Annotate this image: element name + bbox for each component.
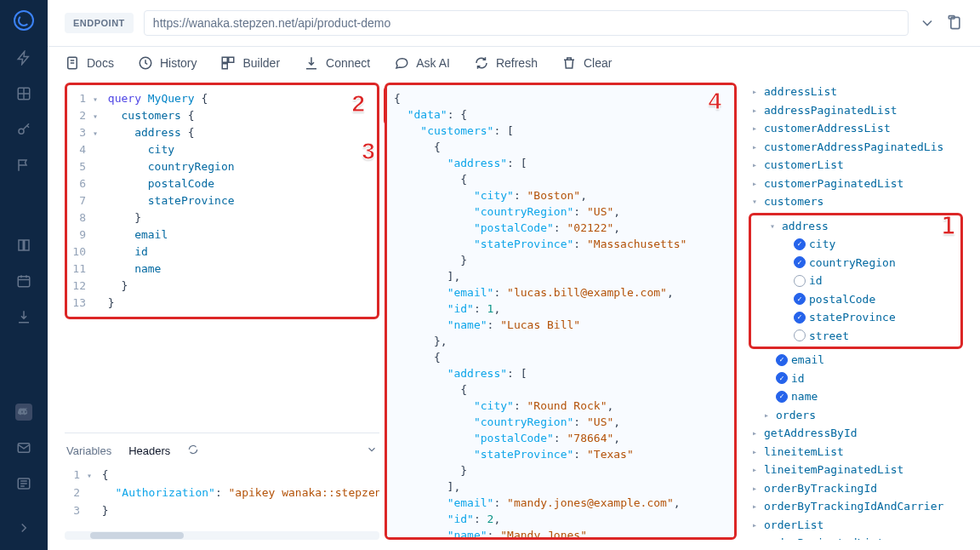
tab-headers[interactable]: Headers [128,444,170,457]
horizontal-scrollbar[interactable] [65,531,379,540]
endpoint-label: ENDPOINT [65,13,134,33]
explorer-item[interactable]: id [755,272,957,290]
connect-button[interactable]: Connect [304,55,370,71]
svg-point-1 [19,129,24,134]
explorer-item[interactable]: ▸customerList [749,156,963,175]
explorer-item[interactable]: ▸customerAddressList [749,119,963,138]
svg-rect-9 [223,57,228,62]
clipboard-icon[interactable] [946,14,963,32]
ask-ai-button[interactable]: Ask AI [394,55,450,71]
headers-editor[interactable]: 1▾ {2 "Authorization": "apikey wanaka::s… [65,467,379,526]
explorer-item[interactable]: ▸getAddressById [749,424,963,443]
explorer-item[interactable]: ▸lineitemPaginatedList [749,461,963,479]
query-editor[interactable]: 1▾ query MyQuery {2▾ customers {3▾ addre… [65,83,379,319]
explorer-item[interactable]: postalCode [755,290,957,309]
explorer-item[interactable]: id [749,370,963,388]
explorer-item[interactable]: name [749,387,963,406]
discord-icon[interactable] [15,404,32,421]
panel-icon[interactable] [15,85,32,102]
explorer-item[interactable]: ▸addressPaginatedList [749,101,963,120]
flag-icon[interactable] [15,157,32,174]
explorer-item[interactable]: street [755,327,957,346]
left-nav [0,0,48,550]
result-viewer[interactable]: { "data": { "customers": [ { "address": … [385,83,737,540]
tab-variables[interactable]: Variables [66,444,111,457]
endpoint-url-input[interactable]: https://wanaka.stepzen.net/api/product-d… [144,10,909,36]
chevron-down-icon[interactable] [366,444,378,458]
explorer-item[interactable]: ▸addressList [749,83,963,101]
stepzen-logo-icon [14,10,34,31]
annotation-4: 4 [708,88,721,115]
chevron-down-icon[interactable] [919,14,936,32]
refresh-button[interactable]: Refresh [474,55,538,71]
explorer-item[interactable]: stateProvince [755,308,957,327]
endpoint-bar: ENDPOINT https://wanaka.stepzen.net/api/… [48,0,980,47]
explorer-item[interactable]: ▸orderByTrackingId [749,479,963,498]
mail-icon[interactable] [15,439,32,456]
clear-button[interactable]: Clear [561,55,612,71]
toolbar: Docs History Builder Connect Ask AI Refr… [48,47,980,83]
variables-panel: Variables Headers 1▾ {2 "Authorization":… [65,433,379,540]
explorer-item[interactable]: city [755,235,957,254]
explorer-item[interactable]: ▸lineitemList [749,443,963,461]
explorer-item[interactable]: ▸customerAddressPaginatedLis [749,138,963,157]
explorer-item[interactable]: ▸orderList [749,516,963,535]
calendar-icon[interactable] [15,272,32,289]
explorer-item[interactable]: email [749,351,963,370]
explorer-item[interactable]: ▾address [755,217,957,236]
svg-rect-11 [223,64,228,69]
annotation-2: 2 [351,90,365,117]
builder-button[interactable]: Builder [220,55,280,71]
key-icon[interactable] [15,121,32,138]
explorer-item[interactable]: countryRegion [755,254,957,272]
svg-rect-2 [18,277,30,287]
news-icon[interactable] [15,475,32,492]
explorer-item[interactable]: ▾customers [749,192,963,211]
expand-icon[interactable] [15,519,32,536]
svg-rect-10 [229,57,234,62]
explorer-item[interactable]: ▸orderPaginatedList [749,534,963,540]
explorer-item[interactable]: ▸customerPaginatedList [749,175,963,193]
lightning-icon[interactable] [15,49,32,66]
refresh-icon[interactable] [187,444,199,458]
explorer-item[interactable]: ▸orders [749,406,963,425]
explorer-item[interactable]: ▸orderByTrackingIdAndCarrier [749,497,963,516]
docs-button[interactable]: Docs [65,55,114,71]
book-icon[interactable] [15,237,32,254]
annotation-3: 3 [362,138,375,165]
history-button[interactable]: History [138,55,197,71]
explorer-panel: ▸addressList▸addressPaginatedList▸custom… [742,83,963,540]
download-icon[interactable] [15,308,32,325]
